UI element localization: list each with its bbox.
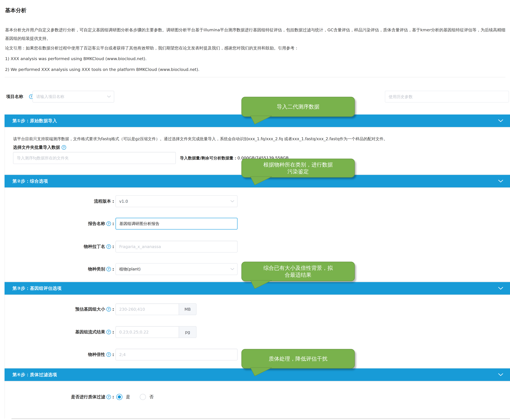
chevron-down-icon bbox=[230, 268, 234, 270]
chevron-down-icon bbox=[230, 200, 234, 202]
report-name-input[interactable] bbox=[115, 218, 237, 230]
help-icon[interactable]: ? bbox=[107, 221, 111, 226]
chevron-down-icon[interactable] bbox=[498, 180, 503, 183]
bottom-divider bbox=[11, 418, 510, 419]
project-name-label: 项目名称 bbox=[6, 91, 23, 103]
help-icon[interactable]: ? bbox=[107, 267, 111, 271]
genome-size-input[interactable] bbox=[115, 303, 179, 315]
ploidy-label-text: 物种倍性 bbox=[88, 352, 105, 358]
help-icon[interactable]: ? bbox=[62, 145, 66, 150]
help-icon[interactable]: ? bbox=[107, 352, 111, 357]
pipeline-version-value: v1.0 bbox=[119, 199, 128, 204]
species-category-label-text: 物种类别 bbox=[88, 266, 105, 272]
tooltip-bubble-text: 根据物种所在类别，进行数据 污染鉴定 bbox=[263, 161, 333, 175]
label-colon: : bbox=[112, 330, 114, 335]
latin-name-input[interactable] bbox=[115, 241, 237, 252]
tooltip-bubble-plastid: 质体处理，降低评估干扰 bbox=[241, 349, 355, 368]
citation-note: 论文引用：如果您在数据分析过程中使用了百迈客云平台或者获得了其他有效帮助，我们期… bbox=[5, 45, 299, 51]
ploidy-label: 物种倍性 ?: bbox=[21, 349, 114, 360]
species-category-select[interactable]: 植物(plant) bbox=[115, 263, 237, 275]
tooltip-bubble-text: 导入二代测序数据 bbox=[277, 103, 320, 110]
bubble-tail bbox=[249, 368, 273, 376]
plastid-filter-label-text: 是否进行质体过滤 bbox=[71, 394, 105, 400]
label-colon: : bbox=[112, 307, 114, 312]
genome-size-unit: MB bbox=[179, 303, 197, 315]
citation-line-2: 2) We performed XXX analysis using XXX t… bbox=[5, 67, 199, 72]
project-name-select-placeholder: 请输入项目名称 bbox=[36, 94, 64, 99]
pipeline-version-label-text: 流程版本 bbox=[94, 198, 111, 204]
step1-title: 第①步：原始数据导入 bbox=[12, 118, 57, 124]
step1-description: 该平台目前只支持双端测序数据，文件格式要求为fastq格式（可以是gz压缩文件）… bbox=[13, 136, 388, 142]
label-colon: : bbox=[112, 352, 114, 357]
project-name-select[interactable]: 请输入项目名称 bbox=[32, 91, 114, 103]
flow-result-label: 基因组流式结果 ?: bbox=[21, 326, 114, 338]
step1-folder-label: 选择文件夹批量导入数据 ? bbox=[13, 144, 66, 150]
plastid-filter-label: 是否进行质体过滤 ?: bbox=[21, 391, 114, 403]
tooltip-bubble-text: 综合已有大小及倍性背景，拟 合最适结果 bbox=[263, 265, 333, 278]
page-title: 基本分析 bbox=[5, 7, 26, 14]
chevron-down-icon[interactable] bbox=[498, 373, 503, 376]
help-icon[interactable]: ? bbox=[107, 244, 111, 249]
plastid-filter-radio-group: 是 否 bbox=[116, 391, 160, 403]
label-colon: : bbox=[112, 199, 114, 204]
flow-result-unit: pg bbox=[179, 326, 197, 338]
tooltip-bubble-text: 质体处理，降低评估干扰 bbox=[269, 355, 327, 362]
history-params-input[interactable] bbox=[385, 91, 509, 103]
genome-size-label: 预估基因组大小 ?: bbox=[21, 303, 114, 315]
species-category-label: 物种类别 ?: bbox=[21, 263, 114, 275]
ploidy-input[interactable] bbox=[115, 349, 237, 360]
chevron-down-icon bbox=[107, 95, 111, 98]
basic-analysis-page: 基本分析 基本分析允许用户自定义参数进行分析，可自定义基因组调研图分析各步骤的主… bbox=[0, 0, 510, 420]
bubble-tail bbox=[249, 116, 273, 125]
flow-result-field: pg bbox=[115, 326, 197, 338]
bubble-tail bbox=[249, 280, 273, 289]
tooltip-bubble-import: 导入二代测序数据 bbox=[241, 97, 355, 117]
label-colon: : bbox=[112, 394, 114, 399]
chevron-down-icon[interactable] bbox=[498, 119, 503, 122]
genome-size-field: MB bbox=[115, 303, 197, 315]
report-name-label: 报告名称 ?: bbox=[21, 218, 114, 230]
chevron-down-icon[interactable] bbox=[498, 287, 503, 290]
flow-result-input[interactable] bbox=[115, 326, 179, 338]
citation-line-1: 1) XXX analysis was performed using BMKC… bbox=[5, 56, 147, 61]
radio-no[interactable] bbox=[140, 394, 146, 400]
label-colon: : bbox=[112, 244, 114, 249]
label-colon: : bbox=[112, 221, 114, 226]
latin-name-label-text: 物种拉丁名 bbox=[84, 244, 105, 249]
label-colon: : bbox=[112, 267, 114, 272]
intro-paragraph: 基本分析允许用户自定义参数进行分析，可自定义基因组调研图分析各步骤的主要参数。调… bbox=[5, 26, 508, 43]
pipeline-version-select[interactable]: v1.0 bbox=[115, 195, 237, 207]
tooltip-bubble-contamination: 根据物种所在类别，进行数据 污染鉴定 bbox=[241, 159, 355, 178]
radio-yes[interactable] bbox=[116, 394, 122, 400]
flow-result-label-text: 基因组流式结果 bbox=[75, 329, 105, 335]
bubble-tail bbox=[249, 176, 273, 185]
tooltip-bubble-fit: 综合已有大小及倍性背景，拟 合最适结果 bbox=[241, 262, 355, 281]
help-icon[interactable]: ? bbox=[107, 330, 111, 334]
data-quota-label: 导入数据量/剩余可分析数据量： bbox=[180, 156, 237, 160]
step4-title: 第④步：质体过滤选项 bbox=[12, 372, 57, 378]
top-divider bbox=[5, 77, 505, 77]
step1-folder-label-text: 选择文件夹批量导入数据 bbox=[13, 144, 60, 150]
latin-name-label: 物种拉丁名 ?: bbox=[21, 241, 114, 252]
step2-title: 第②步：综合选项 bbox=[12, 178, 48, 184]
help-icon[interactable]: ? bbox=[107, 307, 111, 312]
radio-no-label[interactable]: 否 bbox=[149, 394, 154, 400]
help-icon[interactable]: ? bbox=[107, 395, 111, 399]
step3-title: 第③步：基因组评估选项 bbox=[12, 285, 62, 291]
species-category-value: 植物(plant) bbox=[119, 266, 141, 272]
folder-import-input[interactable] bbox=[13, 152, 176, 164]
report-name-label-text: 报告名称 bbox=[88, 221, 105, 227]
radio-yes-label[interactable]: 是 bbox=[126, 394, 130, 400]
pipeline-version-label: 流程版本: bbox=[21, 195, 114, 207]
genome-size-label-text: 预估基因组大小 bbox=[75, 306, 105, 312]
